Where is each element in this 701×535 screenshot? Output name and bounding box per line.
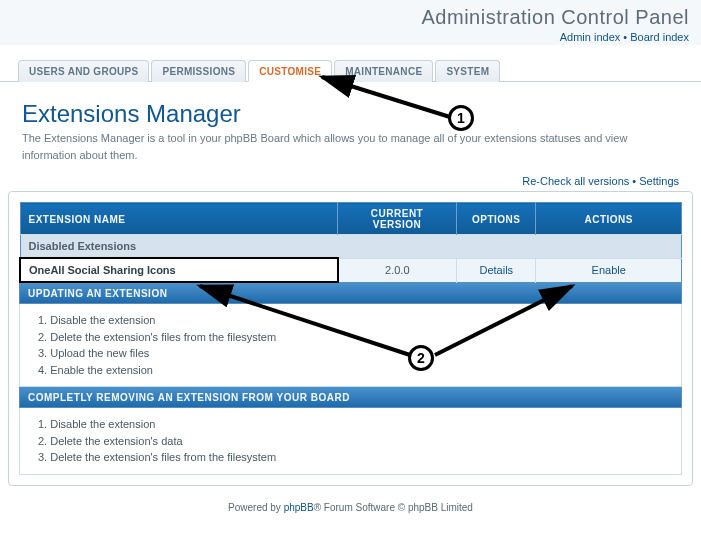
admin-index-link[interactable]: Admin index: [560, 31, 621, 43]
col-actions: ACTIONS: [536, 203, 682, 235]
cell-extension-name: OneAll Social Sharing Icons: [20, 258, 338, 282]
cell-options: Details: [457, 258, 536, 282]
list-item: Delete the extension's files from the fi…: [38, 449, 667, 466]
updating-body: Disable the extension Delete the extensi…: [19, 304, 682, 387]
removing-heading: COMPLETLY REMOVING AN EXTENSION FROM YOU…: [19, 387, 682, 408]
list-item: Delete the extension's files from the fi…: [38, 329, 667, 346]
tab-maintenance[interactable]: MAINTENANCE: [334, 60, 433, 82]
list-item: Disable the extension: [38, 312, 667, 329]
updating-heading: UPDATING AN EXTENSION: [19, 283, 682, 304]
annotation-circle-1: 1: [448, 105, 474, 131]
list-item: Enable the extension: [38, 362, 667, 379]
col-current-version: CURRENT VERSION: [338, 203, 457, 235]
table-subhead-disabled: Disabled Extensions: [20, 235, 682, 259]
cell-version: 2.0.0: [338, 258, 457, 282]
page-body: Extensions Manager The Extensions Manage…: [0, 82, 701, 171]
col-options: OPTIONS: [457, 203, 536, 235]
footer-pre: Powered by: [228, 502, 284, 513]
tab-users-groups[interactable]: USERS AND GROUPS: [18, 60, 149, 82]
details-link[interactable]: Details: [479, 264, 513, 276]
page-title: Extensions Manager: [22, 100, 679, 128]
list-item: Disable the extension: [38, 416, 667, 433]
annotation-circle-2: 2: [408, 345, 434, 371]
col-extension-name: EXTENSION NAME: [20, 203, 338, 235]
tab-customise[interactable]: CUSTOMISE: [248, 60, 332, 82]
table-row: OneAll Social Sharing Icons 2.0.0 Detail…: [20, 258, 682, 282]
footer-post: ® Forum Software © phpBB Limited: [314, 502, 473, 513]
removing-body: Disable the extension Delete the extensi…: [19, 408, 682, 475]
tab-permissions[interactable]: PERMISSIONS: [151, 60, 246, 82]
tab-system[interactable]: SYSTEM: [435, 60, 500, 82]
list-item: Upload the new files: [38, 345, 667, 362]
enable-link[interactable]: Enable: [592, 264, 626, 276]
cell-actions: Enable: [536, 258, 682, 282]
phpbb-link[interactable]: phpBB: [284, 502, 314, 513]
list-item: Delete the extension's data: [38, 433, 667, 450]
subhead-label: Disabled Extensions: [20, 235, 682, 259]
updating-steps: Disable the extension Delete the extensi…: [34, 312, 667, 378]
main-panel: EXTENSION NAME CURRENT VERSION OPTIONS A…: [8, 191, 693, 486]
removing-steps: Disable the extension Delete the extensi…: [34, 416, 667, 466]
extensions-table: EXTENSION NAME CURRENT VERSION OPTIONS A…: [19, 202, 682, 283]
recheck-versions-link[interactable]: Re-Check all versions: [522, 175, 629, 187]
page-desc: The Extensions Manager is a tool in your…: [22, 130, 679, 163]
board-index-link[interactable]: Board index: [630, 31, 689, 43]
footer: Powered by phpBB® Forum Software © phpBB…: [0, 496, 701, 525]
table-header-row: EXTENSION NAME CURRENT VERSION OPTIONS A…: [20, 203, 682, 235]
acp-header: Administration Control Panel Admin index…: [0, 0, 701, 45]
acp-tabs: USERS AND GROUPS PERMISSIONS CUSTOMISE M…: [0, 45, 701, 82]
acp-title: Administration Control Panel: [0, 6, 689, 29]
page-top-links: Re-Check all versions • Settings: [0, 171, 701, 191]
settings-link[interactable]: Settings: [639, 175, 679, 187]
acp-header-links: Admin index • Board index: [0, 31, 689, 43]
